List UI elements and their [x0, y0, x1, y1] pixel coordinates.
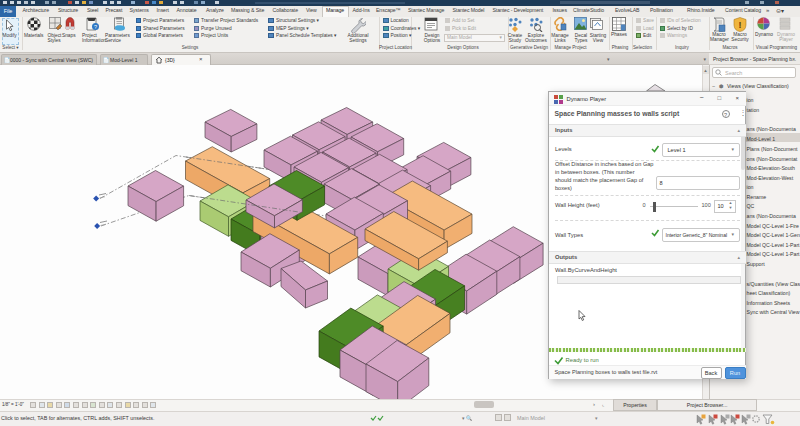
svg-text:?: ?	[94, 23, 97, 29]
svg-text:!: !	[739, 19, 742, 29]
